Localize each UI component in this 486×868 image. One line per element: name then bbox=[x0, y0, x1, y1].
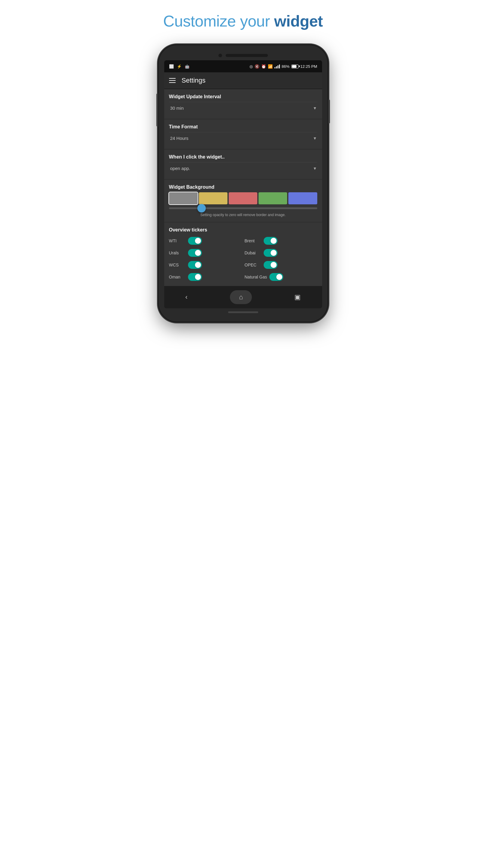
ticker-row-oman: Oman bbox=[169, 273, 241, 281]
opacity-thumb[interactable] bbox=[197, 204, 206, 213]
toggle-thumb-wcs bbox=[195, 262, 201, 268]
hamburger-menu[interactable] bbox=[169, 78, 176, 83]
widget-background-label: Widget Background bbox=[169, 184, 317, 190]
toggle-thumb-brent bbox=[270, 238, 277, 244]
widget-update-interval-value: 30 min bbox=[170, 105, 184, 111]
alarm-icon: ⏰ bbox=[261, 64, 266, 69]
ticker-row-brent: Brent bbox=[245, 237, 317, 245]
phone-bottom-bar bbox=[164, 311, 322, 313]
widget-update-interval-label: Widget Update Interval bbox=[169, 94, 317, 99]
screen-rotation-icon: ⬜ bbox=[169, 64, 174, 69]
ticker-toggle-opec[interactable] bbox=[264, 261, 278, 269]
ticker-name-dubai: Dubai bbox=[245, 250, 261, 255]
overview-tickers-section: Overview tickers WTI Brent bbox=[164, 222, 322, 286]
status-bar: ⬜ ⚡ 🤖 ◎ 🔇 ⏰ 📶 86% 12:25 PM bbox=[164, 60, 322, 72]
ticker-row-natural-gas: Natural Gas bbox=[245, 273, 317, 281]
bg-color-green[interactable] bbox=[259, 192, 287, 204]
widget-update-interval-dropdown[interactable]: 30 min ▾ bbox=[169, 102, 317, 114]
hamburger-line-3 bbox=[169, 82, 176, 83]
page-title-part1: Customize your bbox=[163, 12, 274, 30]
ticker-name-brent: Brent bbox=[245, 239, 261, 243]
bg-color-yellow[interactable] bbox=[199, 192, 227, 204]
ticker-toggle-dubai[interactable] bbox=[264, 249, 278, 257]
bg-color-blue[interactable] bbox=[288, 192, 317, 204]
ticker-toggle-wcs[interactable] bbox=[188, 261, 202, 269]
widget-background-section: Widget Background Setting opacity to zer… bbox=[164, 180, 322, 222]
battery-icon bbox=[291, 64, 299, 68]
ticker-name-urals: Urals bbox=[169, 250, 186, 255]
ticker-row-opec: OPEC bbox=[245, 261, 317, 269]
hamburger-line-2 bbox=[169, 80, 176, 81]
dropdown-arrow-2: ▾ bbox=[314, 135, 316, 141]
wifi-icon: 📶 bbox=[268, 64, 273, 69]
back-button[interactable]: ‹ bbox=[185, 293, 187, 301]
dropdown-arrow-3: ▾ bbox=[314, 165, 316, 171]
bg-color-gray[interactable] bbox=[169, 192, 198, 204]
click-action-section: When I click the widget.. open app. ▾ bbox=[164, 150, 322, 179]
ticker-row-urals: Urals bbox=[169, 249, 241, 257]
speaker-grille bbox=[226, 54, 268, 57]
ticker-name-oman: Oman bbox=[169, 275, 186, 279]
recents-button[interactable]: ▣ bbox=[294, 293, 301, 301]
time-format-dropdown[interactable]: 24 Hours ▾ bbox=[169, 132, 317, 144]
ticker-name-opec: OPEC bbox=[245, 262, 261, 267]
toggle-thumb-oman bbox=[195, 274, 201, 280]
ticker-toggle-brent[interactable] bbox=[264, 237, 278, 245]
ticker-name-natural-gas: Natural Gas bbox=[245, 275, 267, 279]
ticker-name-wti: WTI bbox=[169, 239, 186, 243]
signal-bars bbox=[274, 64, 280, 68]
bottom-indicator bbox=[228, 311, 258, 313]
phone-screen: ⬜ ⚡ 🤖 ◎ 🔇 ⏰ 📶 86% 12:25 PM bbox=[164, 60, 322, 308]
tickers-title: Overview tickers bbox=[169, 227, 317, 233]
ticker-toggle-wti[interactable] bbox=[188, 237, 202, 245]
toggle-thumb-dubai bbox=[270, 250, 277, 256]
battery-fill bbox=[292, 65, 296, 68]
toggle-thumb-urals bbox=[195, 250, 201, 256]
toggle-thumb-opec bbox=[270, 262, 277, 268]
time-format-label: Time Format bbox=[169, 124, 317, 130]
status-icons-left: ⬜ ⚡ 🤖 bbox=[169, 64, 190, 69]
time-format-section: Time Format 24 Hours ▾ bbox=[164, 119, 322, 149]
signal-bar-4 bbox=[279, 64, 280, 68]
screen-content: Widget Update Interval 30 min ▾ Time For… bbox=[164, 89, 322, 286]
toggle-thumb-wti bbox=[195, 238, 201, 244]
signal-bar-1 bbox=[274, 67, 276, 68]
camera-dot bbox=[219, 54, 222, 57]
app-bar: Settings bbox=[164, 72, 322, 89]
hamburger-line-1 bbox=[169, 78, 176, 79]
click-action-label: When I click the widget.. bbox=[169, 154, 317, 160]
ticker-row-dubai: Dubai bbox=[245, 249, 317, 257]
time-format-value: 24 Hours bbox=[170, 135, 189, 141]
signal-bar-3 bbox=[278, 65, 279, 68]
opacity-slider-container bbox=[169, 207, 317, 209]
battery-pct: 86% bbox=[282, 64, 290, 69]
page-title-part2: widget bbox=[274, 12, 323, 30]
ticker-toggle-natural-gas[interactable] bbox=[269, 273, 283, 281]
ticker-row-wcs: WCS bbox=[169, 261, 241, 269]
phone-top-bar bbox=[164, 54, 322, 57]
focus-icon: ◎ bbox=[250, 64, 253, 69]
bg-color-red[interactable] bbox=[229, 192, 257, 204]
page-title: Customize your widget bbox=[163, 12, 323, 30]
dropdown-arrow-1: ▾ bbox=[314, 105, 316, 111]
usb-icon: ⚡ bbox=[177, 64, 182, 69]
clock: 12:25 PM bbox=[300, 64, 317, 69]
ticker-toggle-oman[interactable] bbox=[188, 273, 202, 281]
click-action-value: open app. bbox=[170, 166, 190, 171]
phone-shell: ⬜ ⚡ 🤖 ◎ 🔇 ⏰ 📶 86% 12:25 PM bbox=[159, 45, 327, 321]
home-button[interactable]: ⌂ bbox=[230, 290, 252, 304]
ticker-name-wcs: WCS bbox=[169, 262, 186, 267]
opacity-hint: Setting opacity to zero will remove bord… bbox=[169, 213, 317, 217]
signal-bar-2 bbox=[276, 66, 277, 68]
ticker-row-wti: WTI bbox=[169, 237, 241, 245]
ticker-toggle-urals[interactable] bbox=[188, 249, 202, 257]
app-bar-title: Settings bbox=[182, 76, 206, 84]
android-icon: 🤖 bbox=[185, 64, 190, 69]
tickers-grid: WTI Brent bbox=[169, 237, 317, 281]
status-icons-right: ◎ 🔇 ⏰ 📶 86% 12:25 PM bbox=[250, 64, 317, 69]
opacity-track[interactable] bbox=[169, 207, 317, 209]
bottom-nav: ‹ ⌂ ▣ bbox=[164, 286, 322, 308]
bg-colors-row bbox=[169, 192, 317, 204]
click-action-dropdown[interactable]: open app. ▾ bbox=[169, 162, 317, 174]
widget-update-interval-section: Widget Update Interval 30 min ▾ bbox=[164, 89, 322, 119]
